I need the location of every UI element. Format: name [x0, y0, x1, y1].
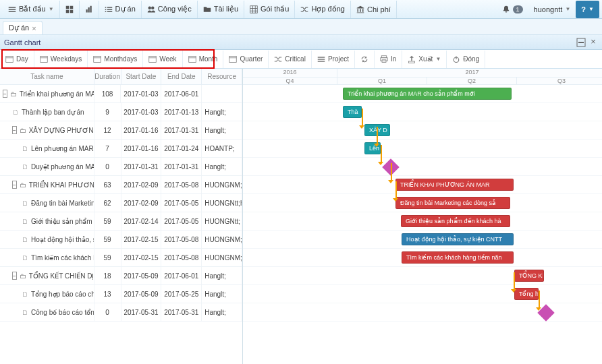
- tab-project[interactable]: Dự án ×: [3, 21, 43, 34]
- svg-rect-12: [6, 56, 13, 62]
- resource-cell: Hanglt;: [202, 303, 242, 321]
- table-row[interactable]: −🗀Triển khai phương án MAR cho sản phẩm …: [0, 85, 242, 103]
- zoom-monthdays-button[interactable]: Monthdays: [88, 51, 143, 68]
- end-cell: 2017-01-31: [161, 121, 202, 139]
- gantt-bar[interactable]: Tổng h: [514, 288, 539, 300]
- chart-button[interactable]: [80, 1, 99, 18]
- zoom-day-button[interactable]: Day: [0, 51, 34, 68]
- notifications-button[interactable]: 1: [497, 1, 528, 18]
- collapse-toggle[interactable]: −: [12, 272, 17, 280]
- table-row[interactable]: 🗋Giới thiệu sản phẩm đến khách hàng59201…: [0, 212, 242, 231]
- col-resource[interactable]: Resource: [202, 69, 242, 84]
- project-nav-button[interactable]: Dự án: [99, 1, 142, 18]
- docs-nav-button[interactable]: Tài liệu: [198, 1, 244, 18]
- dashboard-button[interactable]: [60, 1, 80, 18]
- table-row[interactable]: −🗀XÂY DỰNG PHƯƠNG ÁN122017-01-162017-01-…: [0, 121, 242, 140]
- col-start[interactable]: Start Date: [121, 69, 162, 84]
- table-row[interactable]: 🗋Tổng hợp báo cáo chiến132017-05-092017-…: [0, 285, 242, 303]
- col-end[interactable]: End Date: [161, 69, 202, 84]
- milestone-diamond[interactable]: [537, 304, 554, 321]
- gantt-bar[interactable]: Hoạt động hội thảo, sự kiện CNTT: [402, 233, 514, 245]
- table-row[interactable]: 🗋Thành lập ban dự án92017-01-032017-01-1…: [0, 103, 242, 121]
- grid-header: Task name Duration Start Date End Date R…: [0, 69, 242, 85]
- start-menu-button[interactable]: Bắt đầu ▼: [3, 1, 60, 18]
- gantt-row: XÂY D: [243, 121, 602, 140]
- duration-cell: 59: [94, 212, 121, 230]
- col-task[interactable]: Task name: [0, 69, 94, 84]
- collapse-toggle[interactable]: −: [12, 181, 17, 189]
- start-cell: 2017-05-31: [121, 303, 162, 321]
- gantt-chart[interactable]: 2016 2017 Q4 Q1 Q2 Q3 Triển khai phương …: [243, 69, 602, 364]
- start-cell: 2017-02-15: [121, 249, 162, 266]
- gantt-bar[interactable]: Tìm kiếm các khách hàng tiềm năn: [402, 251, 514, 264]
- table-row[interactable]: 🗋Duyệt phương án MAR02017-01-312017-01-3…: [0, 158, 242, 176]
- calendar-icon: [40, 55, 48, 63]
- file-icon: 🗋: [22, 218, 28, 225]
- table-row[interactable]: 🗋Lên phương án MAR72017-01-162017-01-24H…: [0, 140, 242, 158]
- col-duration[interactable]: Duration: [94, 69, 121, 84]
- duration-cell: 63: [94, 176, 121, 193]
- user-menu-button[interactable]: huongntt▼: [528, 1, 576, 18]
- collapse-toggle[interactable]: −: [3, 90, 7, 98]
- project-nav-label: Dự án: [115, 5, 136, 13]
- gantt-bar[interactable]: TRIỂN KHAI PHƯƠNG ÁN MAR: [395, 179, 514, 191]
- gantt-bar[interactable]: XÂY D: [364, 124, 390, 136]
- refresh-button[interactable]: [355, 51, 375, 68]
- svg-rect-18: [381, 55, 387, 57]
- milestone-diamond[interactable]: [382, 158, 399, 175]
- gantt-bar[interactable]: Lên: [364, 142, 381, 154]
- critical-button[interactable]: Critical: [269, 51, 312, 68]
- start-cell: 2017-02-09: [121, 176, 162, 193]
- tb-label: Week: [159, 55, 176, 63]
- task-cell: 🗋Duyệt phương án MAR: [0, 158, 94, 175]
- table-row[interactable]: 🗋Hoạt động hội thảo, sự kiện592017-02-15…: [0, 231, 242, 249]
- zoom-weekdays-button[interactable]: Weekdays: [34, 51, 88, 68]
- end-cell: 2017-05-08: [161, 176, 202, 193]
- username-label: huongntt: [534, 5, 563, 13]
- panel-close-button[interactable]: ×: [589, 38, 598, 47]
- gantt-bar[interactable]: Đăng tin bài Marketing các dòng sả: [395, 197, 510, 209]
- bid-nav-label: Gói thầu: [261, 5, 289, 13]
- gantt-row: Đăng tin bài Marketing các dòng sả: [243, 194, 602, 212]
- contract-nav-button[interactable]: Hợp đồng: [295, 1, 350, 18]
- zoom-quarter-button[interactable]: Quarter: [223, 51, 269, 68]
- gantt-toolbar: Day Weekdays Monthdays Week Month Quarte…: [0, 50, 602, 69]
- bid-nav-button[interactable]: Gói thầu: [244, 1, 295, 18]
- close-button[interactable]: Đóng: [447, 51, 485, 68]
- gantt-body: Triển khai phương án MAR cho sản phẩm mớ…: [243, 85, 602, 322]
- cost-nav-button[interactable]: Chi phí: [351, 1, 397, 18]
- tab-strip: Dự án ×: [0, 19, 602, 35]
- zoom-week-button[interactable]: Week: [143, 51, 182, 68]
- gantt-bar[interactable]: TỔNG KẾ: [514, 270, 544, 282]
- svg-rect-15: [149, 56, 157, 62]
- table-row[interactable]: 🗋Công bố báo cáo tổng kết02017-05-312017…: [0, 303, 242, 322]
- project-button[interactable]: Project: [312, 51, 355, 68]
- end-cell: 2017-05-08: [161, 231, 202, 248]
- table-row[interactable]: 🗋Tìm kiếm các khách hàng592017-02-152017…: [0, 249, 242, 267]
- task-cell: 🗋Tìm kiếm các khách hàng: [0, 249, 94, 266]
- dashboard-icon: [65, 5, 74, 13]
- export-button[interactable]: Xuất▼: [402, 51, 447, 68]
- gantt-bar[interactable]: Thà: [343, 106, 362, 118]
- task-name: Hoạt động hội thảo, sự kiện: [31, 236, 94, 243]
- svg-rect-14: [94, 56, 101, 62]
- file-icon: 🗋: [22, 236, 28, 243]
- bank-icon: [356, 5, 364, 13]
- print-button[interactable]: In: [375, 51, 402, 68]
- gantt-row: Lên: [243, 140, 602, 158]
- svg-rect-6: [90, 5, 91, 12]
- task-name: Đăng tin bài Marketing các dòng sản phẩm: [31, 200, 94, 207]
- gantt-bar[interactable]: Giới thiệu sản phẩm đến khách hà: [401, 215, 510, 227]
- table-row[interactable]: −🗀TRIỂN KHAI PHƯƠNG ÁN632017-02-092017-0…: [0, 176, 242, 194]
- collapse-toggle[interactable]: −: [12, 126, 17, 134]
- table-row[interactable]: 🗋Đăng tin bài Marketing các dòng sản phẩ…: [0, 194, 242, 212]
- table-row[interactable]: −🗀TỔNG KẾT CHIẾN DỊCH182017-05-092017-06…: [0, 267, 242, 285]
- start-cell: 2017-05-09: [121, 285, 162, 303]
- work-nav-button[interactable]: Công việc: [142, 1, 198, 18]
- zoom-month-button[interactable]: Month: [183, 51, 224, 68]
- collapse-button[interactable]: [576, 38, 586, 47]
- help-button[interactable]: ?▼: [576, 1, 599, 18]
- gantt-bar[interactable]: Triển khai phương án MAR cho sản phẩm mớ…: [343, 88, 512, 100]
- work-nav-label: Công việc: [158, 5, 192, 13]
- tab-close-button[interactable]: ×: [32, 24, 36, 32]
